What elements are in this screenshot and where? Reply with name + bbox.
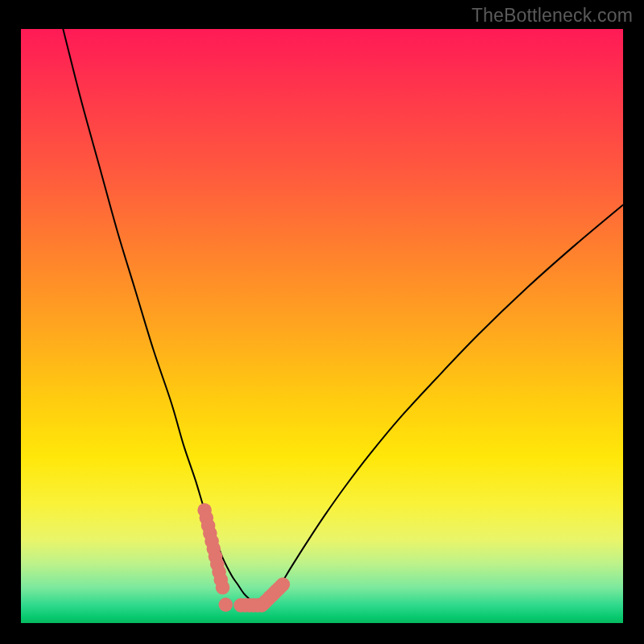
curve-left-branch [63,29,262,608]
chart-overlay [21,29,623,623]
watermark-text: TheBottleneck.com [472,5,633,27]
marker-dot [219,597,233,612]
chart-frame: TheBottleneck.com [0,0,644,644]
curve-right-branch [262,204,623,607]
bottleneck-curve [63,29,623,608]
marker-dot [216,580,230,595]
marker-dot [276,577,291,592]
curve-marker [197,503,290,613]
plot-area [21,29,623,623]
